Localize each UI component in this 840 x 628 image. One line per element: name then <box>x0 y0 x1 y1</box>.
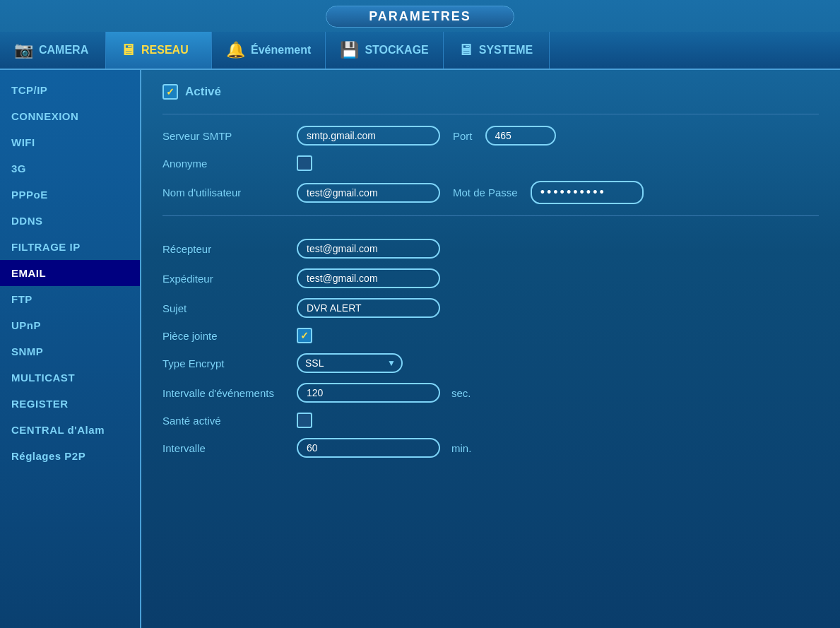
recepteur-label: Récepteur <box>162 243 290 255</box>
evenement-icon: 🔔 <box>226 41 245 59</box>
username-row: Nom d'utilisateur Mot de Passe <box>162 181 819 204</box>
anonymous-label: Anonyme <box>162 158 290 170</box>
page-title: PARAMETRES <box>326 6 514 28</box>
intervalle-input[interactable] <box>297 383 440 403</box>
recepteur-input[interactable] <box>297 239 440 259</box>
anonymous-checkbox[interactable] <box>297 155 312 171</box>
intervalle2-row: Intervalle min. <box>162 438 819 458</box>
divider <box>162 215 819 216</box>
smtp-label: Serveur SMTP <box>162 130 290 142</box>
intervalle-row: Intervalle d'événements sec. <box>162 383 819 403</box>
password-label: Mot de Passe <box>453 186 518 199</box>
type-encrypt-select-wrapper[interactable]: SSL TLS None ▼ <box>297 353 403 373</box>
sidebar-item-ddns[interactable]: DDNS <box>0 208 140 234</box>
intervalle-unit: sec. <box>451 387 471 399</box>
sidebar-item-multicast[interactable]: MULTICAST <box>0 365 140 391</box>
piece-jointe-label: Pièce jointe <box>162 330 290 342</box>
sidebar-item-3g[interactable]: 3G <box>0 155 140 182</box>
intervalle-label: Intervalle d'événements <box>162 387 290 399</box>
sidebar-item-register[interactable]: REGISTER <box>0 391 140 417</box>
sidebar-item-ftp[interactable]: FTP <box>0 286 140 312</box>
title-bar: PARAMETRES <box>0 0 840 32</box>
sidebar-item-pppoe[interactable]: PPPoE <box>0 182 140 208</box>
reseau-icon: 🖥 <box>120 41 136 59</box>
sujet-input[interactable] <box>297 298 440 318</box>
smtp-section: Serveur SMTP Port Anonyme Nom d'utilisat… <box>162 114 819 204</box>
username-input[interactable] <box>297 183 440 203</box>
type-encrypt-label: Type Encrypt <box>162 357 290 369</box>
type-encrypt-row: Type Encrypt SSL TLS None ▼ <box>162 353 819 373</box>
sante-checkbox[interactable] <box>297 413 312 428</box>
content-area: Activé Serveur SMTP Port Anonyme Nom d'u… <box>141 70 840 628</box>
expediteur-row: Expéditeur <box>162 268 819 288</box>
expediteur-input[interactable] <box>297 268 440 288</box>
piece-jointe-row: Pièce jointe <box>162 328 819 343</box>
activated-label: Activé <box>185 85 221 99</box>
smtp-row: Serveur SMTP Port <box>162 126 819 146</box>
sujet-label: Sujet <box>162 302 290 314</box>
tab-bar: 📷 CAMERA 🖥 RESEAU 🔔 Événement 💾 STOCKAGE… <box>0 32 840 70</box>
anonymous-row: Anonyme <box>162 155 819 171</box>
piece-jointe-checkbox[interactable] <box>297 328 312 343</box>
sante-label: Santé activé <box>162 415 290 427</box>
activate-row: Activé <box>162 84 819 100</box>
intervalle2-input[interactable] <box>297 438 440 458</box>
password-input[interactable] <box>531 181 644 204</box>
expediteur-label: Expéditeur <box>162 273 290 285</box>
username-label: Nom d'utilisateur <box>162 186 290 199</box>
type-encrypt-select[interactable]: SSL TLS None <box>298 355 381 372</box>
sidebar-item-email[interactable]: EMAIL <box>0 260 140 286</box>
email-details-section: Récepteur Expéditeur Sujet Pièce jointe … <box>162 227 819 458</box>
tab-stockage[interactable]: 💾 STOCKAGE <box>326 32 443 69</box>
activated-checkbox[interactable] <box>162 84 178 100</box>
sidebar-item-central[interactable]: CENTRAL d'Alam <box>0 417 140 443</box>
sidebar-item-snmp[interactable]: SNMP <box>0 338 140 365</box>
tab-evenement[interactable]: 🔔 Événement <box>212 32 326 69</box>
tab-reseau[interactable]: 🖥 RESEAU <box>106 32 212 69</box>
sidebar-item-tcpip[interactable]: TCP/IP <box>0 77 140 103</box>
tab-camera[interactable]: 📷 CAMERA <box>0 32 106 69</box>
smtp-input[interactable] <box>297 126 440 146</box>
sidebar-item-wifi[interactable]: WIFI <box>0 129 140 155</box>
select-arrow-icon: ▼ <box>381 358 401 368</box>
sujet-row: Sujet <box>162 298 819 318</box>
sidebar-item-filtrage[interactable]: FILTRAGE IP <box>0 234 140 260</box>
sidebar: TCP/IP CONNEXION WIFI 3G PPPoE DDNS FILT… <box>0 70 141 628</box>
systeme-icon: 🖥 <box>458 41 473 59</box>
intervalle2-unit: min. <box>451 442 471 454</box>
sidebar-item-connexion[interactable]: CONNEXION <box>0 103 140 129</box>
port-input[interactable] <box>485 126 556 146</box>
sante-row: Santé activé <box>162 413 819 428</box>
camera-icon: 📷 <box>14 41 33 59</box>
tab-systeme[interactable]: 🖥 SYSTEME <box>444 32 550 69</box>
intervalle2-label: Intervalle <box>162 442 290 454</box>
stockage-icon: 💾 <box>340 41 359 59</box>
port-label: Port <box>453 130 473 142</box>
sidebar-item-upnp[interactable]: UPnP <box>0 312 140 338</box>
sidebar-item-p2p[interactable]: Réglages P2P <box>0 443 140 469</box>
recepteur-row: Récepteur <box>162 239 819 259</box>
main-layout: TCP/IP CONNEXION WIFI 3G PPPoE DDNS FILT… <box>0 70 840 628</box>
